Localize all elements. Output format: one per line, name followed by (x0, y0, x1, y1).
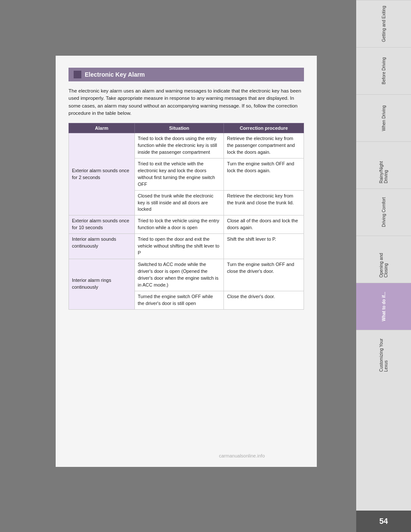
situation-cell-4b: Turned the engine switch OFF while the d… (134, 291, 224, 309)
sidebar-tab-when[interactable]: When Driving (356, 94, 411, 141)
col-header-situation: Situation (134, 123, 224, 133)
page-number: 54 (356, 511, 411, 532)
situation-cell-1b: Tried to exit the vehicle with the elect… (134, 158, 224, 190)
title-icon (74, 71, 81, 78)
correction-cell-1c: Retrieve the electronic key from the tru… (224, 190, 304, 215)
title-bar: Electronic Key Alarm (68, 68, 304, 81)
sidebar-tab-customizing[interactable]: Customizing Your Lexus (356, 330, 411, 377)
alarm-cell-3: Interior alarm sounds continuously (69, 234, 135, 259)
alarm-table: Alarm Situation Correction procedure Ext… (68, 123, 304, 310)
col-header-correction: Correction procedure (224, 123, 304, 133)
situation-cell-3a: Tried to open the door and exit the vehi… (134, 234, 224, 259)
sidebar-tab-driving-comfort[interactable]: Driving Comfort (356, 188, 411, 236)
correction-cell-4b: Close the driver's door. (224, 291, 304, 309)
table-row: Exterior alarm sounds once for 2 seconds… (69, 133, 304, 158)
situation-cell-2a: Tried to lock the vehicle using the entr… (134, 215, 224, 234)
sidebar-tab-opening[interactable]: Opening and Closing (356, 236, 411, 283)
watermark: carmanualsonline.info (111, 453, 372, 458)
page-title: Electronic Key Alarm (85, 71, 145, 78)
alarm-cell-4: Interior alarm rings continuously (69, 259, 135, 310)
correction-cell-1b: Turn the engine switch OFF and lock the … (224, 158, 304, 190)
table-row: Interior alarm sounds continuously Tried… (69, 234, 304, 259)
alarm-cell-2: Exterior alarm sounds once for 10 second… (69, 215, 135, 234)
sidebar-tab-what-to-do[interactable]: What to do if... (356, 283, 411, 330)
situation-cell-1c: Closed the trunk while the electronic ke… (134, 190, 224, 215)
situation-cell-4a: Switched to ACC mode while the driver's … (134, 259, 224, 291)
correction-cell-1a: Retrieve the electronic key from the pas… (224, 133, 304, 158)
sidebar-tab-before[interactable]: Before Driving (356, 47, 411, 94)
page-content: Electronic Key Alarm The electronic key … (56, 56, 317, 467)
col-header-alarm: Alarm (69, 123, 135, 133)
situation-cell-1a: Tried to lock the doors using the entry … (134, 133, 224, 158)
alarm-cell-1: Exterior alarm sounds once for 2 seconds (69, 133, 135, 215)
table-row: Exterior alarm sounds once for 10 second… (69, 215, 304, 234)
right-sidebar: Getting and Exiting Before Driving When … (356, 0, 411, 532)
correction-cell-2a: Close all of the doors and lock the door… (224, 215, 304, 234)
intro-paragraph: The electronic key alarm uses an alarm a… (68, 87, 304, 117)
sidebar-tab-getting[interactable]: Getting and Exiting (356, 0, 411, 47)
correction-cell-3a: Shift the shift lever to P. (224, 234, 304, 259)
correction-cell-4a: Turn the engine switch OFF and close the… (224, 259, 304, 291)
table-row: Interior alarm rings continuously Switch… (69, 259, 304, 291)
sidebar-tab-rainy[interactable]: Rainy/Night Driving (356, 141, 411, 188)
